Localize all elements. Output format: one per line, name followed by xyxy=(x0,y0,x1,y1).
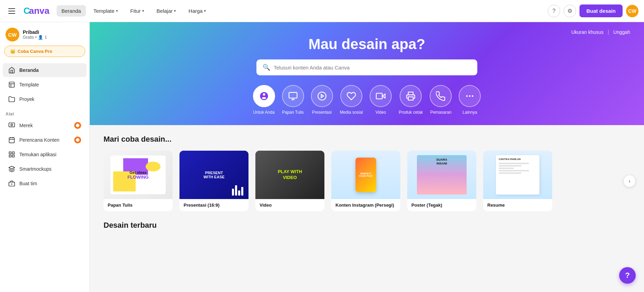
category-lainnya[interactable]: Lainnya xyxy=(459,85,481,115)
category-pemasaran[interactable]: Pemasaran xyxy=(430,85,452,115)
svg-point-29 xyxy=(466,95,468,97)
search-bar: 🔍 xyxy=(256,59,477,75)
try-designs-title: Mari coba desain... xyxy=(104,135,630,144)
category-presentasi[interactable]: Presentasi xyxy=(311,85,333,115)
sidebar-user-details: Pribadi Gratis • 👤 1 xyxy=(23,29,47,40)
ukuran-khusus-link[interactable]: Ukuran khusus xyxy=(571,29,603,35)
svg-point-7 xyxy=(76,124,79,127)
sidebar-item-smartmockups[interactable]: Smartmockups xyxy=(3,162,87,176)
calendar-icon xyxy=(8,136,15,143)
svg-rect-2 xyxy=(9,82,14,87)
layers-icon xyxy=(8,166,15,172)
category-video[interactable]: Video xyxy=(370,85,392,115)
sidebar: CW Pribadi Gratis • 👤 1 👑 Coba Canva Pro xyxy=(0,22,90,292)
team-icon xyxy=(8,180,15,187)
hamburger-menu[interactable] xyxy=(6,5,18,17)
canva-logo[interactable]: C anva xyxy=(23,6,51,17)
poster-thumb: SUARA INSANI xyxy=(407,151,476,199)
sidebar-item-merek[interactable]: Merek xyxy=(3,119,87,132)
sidebar-item-proyek[interactable]: Proyek xyxy=(3,92,87,106)
pemasaran-circle xyxy=(430,85,452,107)
poster-label: Poster (Tegak) xyxy=(407,199,476,211)
brand-icon xyxy=(8,122,15,129)
card-video[interactable]: PLAY WITH VIDEO Video xyxy=(255,151,324,211)
person-icon: 👤 xyxy=(38,35,43,40)
hero-section: Ukuran khusus | Unggah Mau desain apa? 🔍 xyxy=(90,22,644,125)
category-papan-tulis[interactable]: Papan Tulis xyxy=(282,85,304,115)
search-input[interactable] xyxy=(274,65,471,70)
svg-rect-16 xyxy=(12,155,14,157)
help-button[interactable]: ? xyxy=(548,5,560,17)
crown-icon: 👑 xyxy=(10,49,16,54)
template-icon xyxy=(8,81,15,88)
tools-section-label: Alat xyxy=(0,108,89,118)
svg-rect-28 xyxy=(408,97,413,100)
hero-title: Mau desain apa? xyxy=(309,36,425,53)
nav-beranda[interactable]: Beranda xyxy=(57,5,86,17)
instagram-label: Konten Instagram (Persegi) xyxy=(331,199,400,211)
nav-template[interactable]: Template ▾ xyxy=(89,5,123,17)
card-poster[interactable]: SUARA INSANI Poster (Tegak) xyxy=(407,151,476,211)
svg-point-12 xyxy=(76,138,79,142)
chevron-down-icon: ▾ xyxy=(204,9,206,13)
sidebar-avatar: CW xyxy=(6,28,19,41)
sidebar-item-perencana[interactable]: Perencana Konten xyxy=(3,133,87,147)
category-media-sosial[interactable]: Media sosial xyxy=(340,85,363,115)
card-instagram[interactable]: PERFECT YOUR POST Konten Instagram (Pers… xyxy=(331,151,400,211)
design-cards-row: Get ideas FLOWING Papan Tulis PRES xyxy=(104,151,630,211)
svg-rect-13 xyxy=(9,152,11,154)
svg-point-31 xyxy=(472,95,474,97)
card-papan-tulis[interactable]: Get ideas FLOWING Papan Tulis xyxy=(104,151,173,211)
nav-harga[interactable]: Harga ▾ xyxy=(184,5,211,17)
nav-fitur[interactable]: Fitur ▾ xyxy=(126,5,149,17)
card-resume[interactable]: CANTIKA RAMLAN Resume xyxy=(483,151,552,211)
perencana-badge xyxy=(74,136,81,143)
sidebar-user-info: CW Pribadi Gratis • 👤 1 xyxy=(0,22,89,46)
svg-text:anva: anva xyxy=(29,6,50,16)
home-icon xyxy=(8,67,15,74)
svg-rect-27 xyxy=(376,93,382,99)
svg-point-30 xyxy=(469,95,471,97)
untuk-anda-circle xyxy=(253,85,275,107)
main-layout: CW Pribadi Gratis • 👤 1 👑 Coba Canva Pro xyxy=(0,22,644,292)
settings-button[interactable]: ⚙ xyxy=(564,5,576,17)
topnav-right: ? ⚙ Buat desain CW xyxy=(548,4,638,17)
svg-rect-5 xyxy=(9,123,15,127)
card-presentasi[interactable]: PRESENT WITH EASE Presentasi (16:9) xyxy=(179,151,248,211)
presentasi-circle xyxy=(311,85,333,107)
svg-rect-8 xyxy=(9,138,14,143)
sidebar-item-beranda[interactable]: Beranda xyxy=(3,63,87,77)
help-float-button[interactable]: ? xyxy=(619,267,636,284)
produk-cetak-circle xyxy=(400,85,422,107)
hero-top-right: Ukuran khusus | Unggah xyxy=(571,29,630,35)
topnav: C anva Beranda Template ▾ Fitur ▾ Belaja… xyxy=(0,0,644,22)
papan-tulis-circle xyxy=(282,85,304,107)
resume-label: Resume xyxy=(483,199,552,211)
merek-badge xyxy=(74,122,81,129)
svg-point-6 xyxy=(11,124,13,126)
coba-canva-pro-button[interactable]: 👑 Coba Canva Pro xyxy=(4,46,85,57)
cards-next-button[interactable]: › xyxy=(623,175,636,187)
video-label: Video xyxy=(255,199,324,211)
folder-icon xyxy=(8,96,15,103)
svg-marker-26 xyxy=(382,94,385,98)
unggah-link[interactable]: Unggah xyxy=(613,29,630,35)
sidebar-nav: Beranda Template Proyek xyxy=(0,61,89,108)
sidebar-tools-nav: Merek Perencana Konten Temukan aplikasi xyxy=(0,119,89,190)
categories-row: Untuk Anda Papan Tulis Presentasi xyxy=(253,85,481,115)
try-designs-section: Mari coba desain... Get ideas FL xyxy=(90,125,644,221)
category-produk-cetak[interactable]: Produk cetak xyxy=(399,85,423,115)
media-sosial-circle xyxy=(340,85,362,107)
sidebar-item-buat-tim[interactable]: Buat tim xyxy=(3,177,87,190)
nav-belajar[interactable]: Belajar ▾ xyxy=(152,5,181,17)
svg-marker-25 xyxy=(321,94,323,97)
grid-icon xyxy=(8,151,15,158)
category-untuk-anda[interactable]: Untuk Anda xyxy=(253,85,275,115)
user-avatar[interactable]: CW xyxy=(626,5,638,17)
sidebar-item-aplikasi[interactable]: Temukan aplikasi xyxy=(3,148,87,161)
search-icon: 🔍 xyxy=(263,64,270,71)
sidebar-item-template[interactable]: Template xyxy=(3,78,87,92)
buat-desain-button[interactable]: Buat desain xyxy=(579,4,623,17)
video-thumb: PLAY WITH VIDEO xyxy=(255,151,324,199)
svg-marker-17 xyxy=(9,166,15,169)
